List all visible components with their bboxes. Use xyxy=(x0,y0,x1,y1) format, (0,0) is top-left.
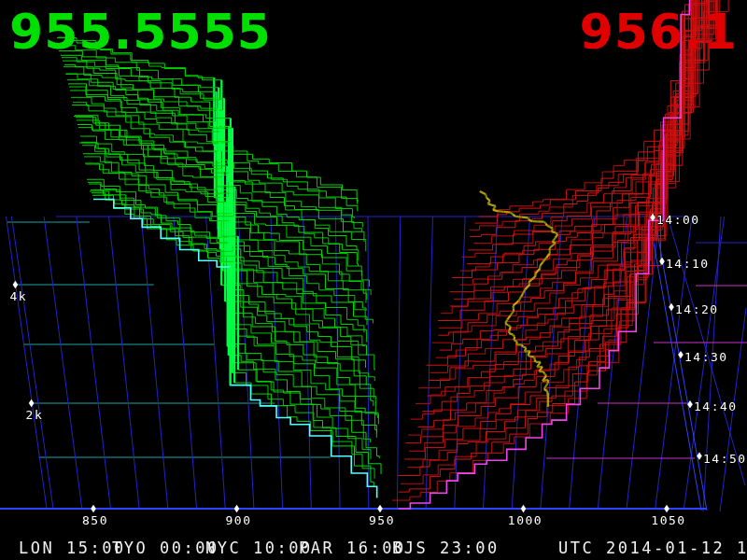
best-ask-price: 956.1 xyxy=(580,7,738,56)
best-bid-price: 955.5555 xyxy=(9,7,272,56)
amount-tick-label: 2k xyxy=(26,409,44,421)
utc-datetime: UTC 2014-01-12 15:00 xyxy=(558,536,747,560)
clock-newyork: NYC 10:00 xyxy=(205,536,313,560)
price-tick-label: 900 xyxy=(226,514,252,526)
time-tick-label: 14:30 xyxy=(684,351,728,363)
price-tick-label: 1000 xyxy=(508,514,543,526)
amount-tick-label: 4k xyxy=(9,290,27,302)
time-tick-label: 14:20 xyxy=(675,303,719,315)
clock-london: LON 15:00 xyxy=(19,536,126,560)
price-tick-label: 950 xyxy=(369,514,395,526)
clock-tokyo: TYO 00:00 xyxy=(112,536,219,560)
time-tick-label: 14:50 xyxy=(703,453,747,465)
time-tick-label: 14:00 xyxy=(656,214,700,226)
clock-beijing: BJS 23:00 xyxy=(392,536,500,560)
depth-chart-canvas[interactable] xyxy=(0,0,747,560)
clock-paris: PAR 16:00 xyxy=(299,536,406,560)
time-tick-label: 14:10 xyxy=(666,258,710,270)
time-tick-label: 14:40 xyxy=(694,400,738,413)
price-tick-label: 1050 xyxy=(651,514,685,526)
order-book-3d-app: 955.5555 956.1 8509009501000105014:0014:… xyxy=(0,0,747,560)
status-bar: LON 15:00 TYO 00:00 NYC 10:00 PAR 16:00 … xyxy=(0,536,747,560)
price-tick-label: 850 xyxy=(82,514,108,526)
